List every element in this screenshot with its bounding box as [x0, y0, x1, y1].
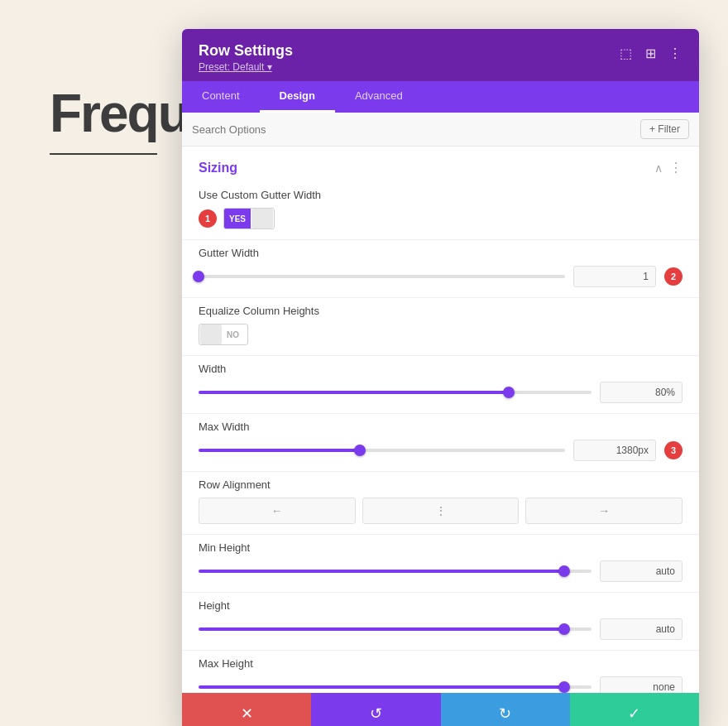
height-slider[interactable] — [199, 621, 592, 637]
gutter-width-input[interactable] — [573, 266, 656, 287]
setting-height: Height — [182, 593, 699, 651]
section-more-icon[interactable]: ⋮ — [669, 160, 682, 175]
max-height-slider[interactable] — [199, 679, 592, 693]
custom-gutter-label: Use Custom Gutter Width — [199, 189, 682, 201]
modal-tabs: Content Design Advanced — [182, 81, 699, 113]
redo-button[interactable]: ↻ — [441, 693, 570, 726]
min-height-slider-row — [199, 560, 682, 582]
tab-advanced[interactable]: Advanced — [335, 81, 423, 113]
modal-search-bar: + Filter — [182, 113, 699, 147]
section-controls: ∧ ⋮ — [654, 160, 682, 175]
modal-footer: ✕ ↺ ↻ ✓ — [182, 693, 699, 726]
custom-gutter-row: 1 YES — [199, 208, 682, 229]
width-input[interactable] — [600, 382, 682, 403]
width-thumb[interactable] — [503, 387, 515, 398]
height-label: Height — [199, 599, 682, 612]
width-slider[interactable] — [199, 384, 592, 401]
max-height-slider-row — [199, 676, 682, 693]
width-track — [199, 391, 592, 394]
min-height-label: Min Height — [199, 541, 682, 554]
modal-title: Row Settings — [199, 42, 293, 60]
max-width-slider-row: 3 — [199, 440, 682, 461]
tab-content[interactable]: Content — [182, 81, 260, 113]
setting-width: Width — [182, 356, 699, 414]
min-height-track — [199, 570, 592, 573]
more-icon[interactable]: ⋮ — [668, 46, 682, 61]
save-button[interactable]: ✓ — [570, 693, 699, 726]
row-alignment-label: Row Alignment — [199, 478, 682, 491]
equalize-heights-toggle[interactable]: NO — [199, 324, 248, 345]
equalize-heights-label: Equalize Column Heights — [199, 305, 682, 317]
toggle-no-handle — [200, 325, 222, 344]
height-slider-row — [199, 618, 682, 640]
align-left[interactable]: ← — [199, 498, 356, 524]
gutter-width-thumb[interactable] — [193, 271, 204, 282]
max-width-input[interactable] — [573, 440, 656, 461]
modal-preset[interactable]: Preset: Default ▾ — [199, 61, 293, 73]
width-fill — [199, 391, 509, 394]
max-width-label: Max Width — [199, 421, 682, 433]
row-settings-modal: Row Settings Preset: Default ▾ ⬚ ⊞ ⋮ Con… — [182, 29, 699, 726]
min-height-fill — [199, 570, 564, 573]
setting-row-alignment: Row Alignment ← ⋮ → — [182, 472, 699, 535]
width-label: Width — [199, 363, 682, 375]
section-collapse-icon[interactable]: ∧ — [654, 161, 663, 175]
align-center[interactable]: ⋮ — [362, 498, 520, 524]
min-height-input[interactable] — [600, 560, 682, 582]
modal-header: Row Settings Preset: Default ▾ ⬚ ⊞ ⋮ — [182, 29, 699, 81]
gutter-width-label: Gutter Width — [199, 247, 682, 259]
setting-max-width: Max Width 3 — [182, 414, 699, 472]
badge-1: 1 — [199, 209, 217, 228]
cancel-button[interactable]: ✕ — [182, 693, 311, 726]
gutter-width-slider-row: 2 — [199, 266, 682, 287]
max-height-thumb[interactable] — [558, 681, 570, 693]
sizing-section-header: Sizing ∧ ⋮ — [182, 147, 699, 182]
min-height-slider[interactable] — [199, 563, 592, 579]
background-divider — [50, 153, 157, 155]
max-width-slider[interactable] — [199, 442, 565, 459]
badge-2: 2 — [664, 267, 682, 286]
max-height-fill — [199, 685, 564, 689]
height-thumb[interactable] — [558, 623, 570, 635]
responsive-icon[interactable]: ⬚ — [618, 46, 633, 61]
toggle-no-label: NO — [223, 330, 243, 339]
gutter-width-track — [199, 275, 565, 278]
toggle-yes-label: YES — [224, 209, 251, 228]
toggle-yes-handle — [251, 209, 273, 228]
modal-header-icons: ⬚ ⊞ ⋮ — [618, 42, 682, 61]
max-width-fill — [199, 449, 360, 452]
modal-header-left: Row Settings Preset: Default ▾ — [199, 42, 293, 73]
max-height-track — [199, 685, 592, 689]
width-slider-row — [199, 382, 682, 403]
height-input[interactable] — [600, 618, 682, 640]
gutter-width-slider[interactable] — [199, 268, 565, 285]
setting-custom-gutter: Use Custom Gutter Width 1 YES — [182, 182, 699, 240]
min-height-thumb[interactable] — [558, 565, 570, 577]
align-right[interactable]: → — [525, 498, 682, 524]
custom-gutter-toggle[interactable]: YES — [223, 208, 275, 229]
max-width-thumb[interactable] — [354, 445, 366, 456]
modal-content: Sizing ∧ ⋮ Use Custom Gutter Width 1 YES… — [182, 147, 699, 693]
tab-design[interactable]: Design — [260, 81, 335, 113]
alignment-options: ← ⋮ → — [199, 498, 682, 524]
columns-icon[interactable]: ⊞ — [643, 46, 658, 61]
setting-equalize-heights: Equalize Column Heights NO — [182, 298, 699, 356]
setting-min-height: Min Height — [182, 535, 699, 593]
max-height-input[interactable] — [600, 676, 682, 693]
setting-gutter-width: Gutter Width 2 — [182, 240, 699, 298]
setting-max-height: Max Height — [182, 651, 699, 693]
reset-button[interactable]: ↺ — [311, 693, 440, 726]
height-fill — [199, 627, 564, 631]
filter-button[interactable]: + Filter — [640, 119, 689, 139]
height-track — [199, 627, 592, 631]
badge-3: 3 — [664, 441, 682, 459]
section-title: Sizing — [199, 161, 237, 175]
search-input[interactable] — [192, 123, 357, 136]
max-width-track — [199, 449, 565, 452]
max-height-label: Max Height — [199, 657, 682, 670]
